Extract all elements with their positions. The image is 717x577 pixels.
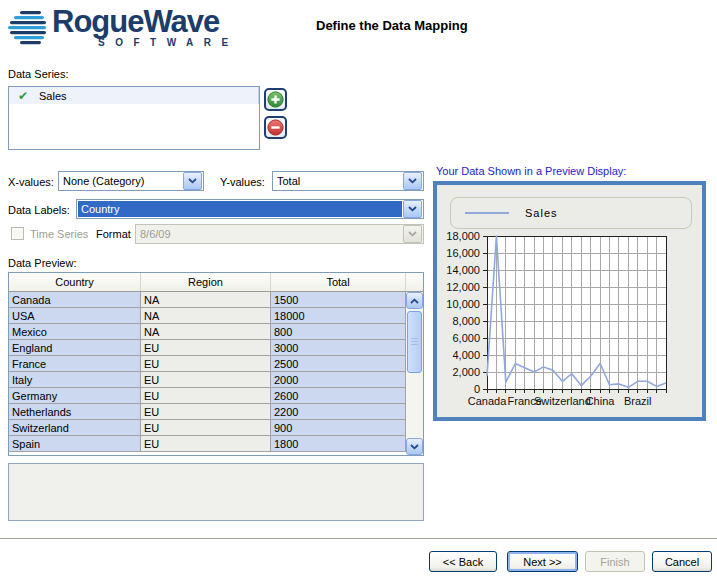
table-header: Country Region Total: [9, 273, 423, 292]
table-cell: Mexico: [9, 324, 141, 339]
table-cell: EU: [141, 404, 271, 419]
format-label: Format: [96, 228, 131, 240]
table-cell: 2000: [271, 372, 406, 387]
table-cell: NA: [141, 308, 271, 323]
table-row: SpainEU1800: [9, 436, 406, 452]
table-cell: EU: [141, 420, 271, 435]
table-row: CanadaNA1500: [9, 292, 406, 308]
list-item[interactable]: ✔ Sales: [9, 87, 259, 104]
table-cell: 18000: [271, 308, 406, 323]
table-cell: England: [9, 340, 141, 355]
table-row: EnglandEU3000: [9, 340, 406, 356]
y-tick-label: 16,000: [446, 247, 480, 259]
chart-legend: Sales: [450, 197, 692, 229]
table-row: GermanyEU2600: [9, 388, 406, 404]
table-row: SwitzerlandEU900: [9, 420, 406, 436]
series-name: Sales: [39, 90, 67, 102]
y-tick-label: 14,000: [446, 264, 480, 276]
format-value: 8/6/09: [136, 228, 402, 240]
wave-icon: [8, 8, 48, 48]
y-tick-label: 12,000: [446, 281, 480, 293]
scroll-down-icon[interactable]: [406, 438, 423, 455]
x-tick-label: Brazil: [624, 395, 652, 407]
table-cell: EU: [141, 356, 271, 371]
data-labels-value: Country: [78, 201, 402, 217]
table-cell: USA: [9, 308, 141, 323]
table-cell: EU: [141, 340, 271, 355]
table-cell: 900: [271, 420, 406, 435]
time-series-label: Time Series: [30, 228, 88, 240]
time-series-checkbox[interactable]: [11, 227, 24, 240]
column-header: Country: [9, 273, 141, 291]
logo-title: RogueWave: [52, 4, 219, 39]
table-cell: 1800: [271, 436, 406, 451]
scrollbar-thumb[interactable]: [407, 311, 422, 373]
table-row: FranceEU2500: [9, 356, 406, 372]
format-select[interactable]: 8/6/09: [135, 224, 424, 244]
table-row: MexicoNA800: [9, 324, 406, 340]
data-preview-table: Country Region Total CanadaNA1500USANA18…: [8, 272, 424, 456]
data-labels-label: Data Labels:: [8, 204, 70, 216]
column-header: Total: [271, 273, 406, 291]
y-values-label: Y-values:: [220, 176, 265, 188]
table-cell: NA: [141, 292, 271, 307]
table-row: NetherlandsEU2200: [9, 404, 406, 420]
x-tick-label: Canada: [468, 395, 507, 407]
data-series-label: Data Series:: [8, 68, 69, 80]
data-preview-body: CanadaNA1500USANA18000MexicoNA800England…: [9, 292, 406, 452]
dropdown-arrow-icon: [403, 225, 422, 243]
table-cell: 3000: [271, 340, 406, 355]
y-tick-label: 2,000: [452, 366, 480, 378]
cancel-button[interactable]: Cancel: [652, 551, 712, 572]
table-cell: Germany: [9, 388, 141, 403]
table-cell: Canada: [9, 292, 141, 307]
legend-line-sample: [465, 212, 509, 214]
dropdown-arrow-icon[interactable]: [183, 172, 202, 190]
wizard-dialog: RogueWave SOFTWARE Define the Data Mappi…: [0, 0, 717, 577]
plus-icon: [267, 91, 284, 108]
logo-text: RogueWave SOFTWARE: [52, 6, 239, 48]
scroll-up-icon[interactable]: [406, 292, 423, 309]
y-tick-label: 10,000: [446, 298, 480, 310]
table-cell: 2500: [271, 356, 406, 371]
notes-box: [8, 463, 424, 521]
y-tick-label: 6,000: [452, 332, 480, 344]
table-cell: Netherlands: [9, 404, 141, 419]
finish-button[interactable]: Finish: [585, 551, 645, 572]
data-preview-label: Data Preview:: [8, 257, 76, 269]
x-values-label: X-values:: [8, 176, 54, 188]
column-header: Region: [141, 273, 271, 291]
preview-panel: 02,0004,0006,0008,00010,00012,00014,0001…: [433, 181, 706, 421]
y-values-value: Total: [273, 175, 402, 187]
check-icon: ✔: [18, 89, 34, 103]
data-labels-select[interactable]: Country: [76, 199, 424, 219]
table-cell: NA: [141, 324, 271, 339]
table-cell: Switzerland: [9, 420, 141, 435]
table-cell: EU: [141, 372, 271, 387]
roguewave-logo: RogueWave SOFTWARE: [8, 6, 239, 48]
logo-subtitle: SOFTWARE: [98, 38, 239, 48]
footer-separator: [0, 538, 717, 542]
table-cell: 800: [271, 324, 406, 339]
page-title: Define the Data Mapping: [316, 18, 468, 33]
table-cell: EU: [141, 436, 271, 451]
x-tick-label: China: [586, 395, 616, 407]
y-tick-label: 0: [474, 383, 480, 395]
x-values-select[interactable]: None (Category): [58, 171, 204, 191]
table-cell: EU: [141, 388, 271, 403]
back-button[interactable]: << Back: [429, 551, 497, 572]
table-row: USANA18000: [9, 308, 406, 324]
add-series-button[interactable]: [264, 88, 287, 111]
table-row: ItalyEU2000: [9, 372, 406, 388]
dropdown-arrow-icon[interactable]: [403, 200, 422, 218]
y-values-select[interactable]: Total: [272, 171, 424, 191]
next-button[interactable]: Next >>: [507, 551, 578, 572]
y-tick-label: 18,000: [446, 230, 480, 242]
y-tick-label: 4,000: [452, 349, 480, 361]
vertical-scrollbar[interactable]: [406, 292, 423, 455]
data-series-listbox[interactable]: ✔ Sales: [8, 86, 260, 150]
dropdown-arrow-icon[interactable]: [403, 172, 422, 190]
x-values-value: None (Category): [59, 175, 182, 187]
remove-series-button[interactable]: [264, 116, 287, 139]
y-tick-label: 8,000: [452, 315, 480, 327]
